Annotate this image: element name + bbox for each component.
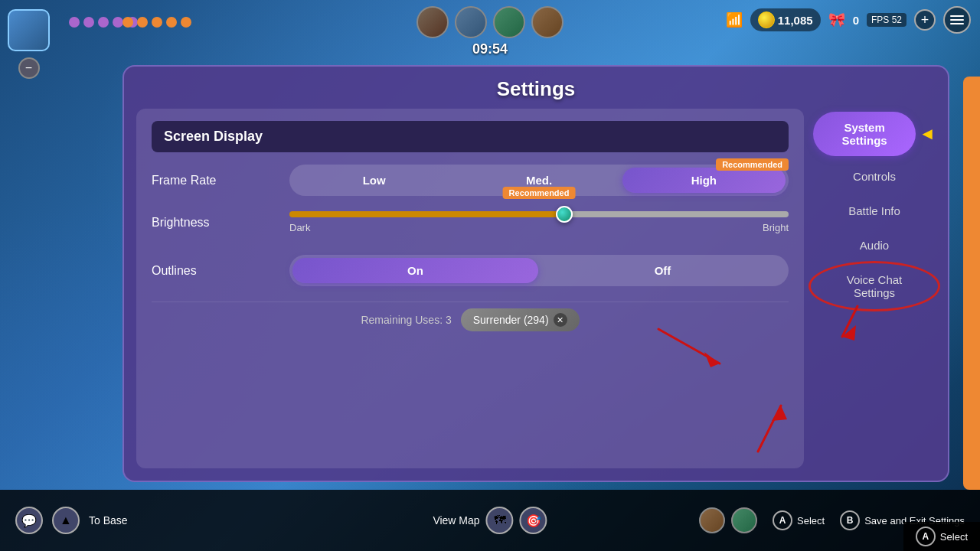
surrender-x-icon: ✕	[554, 313, 567, 327]
nav-controls[interactable]: Controls	[813, 162, 936, 191]
right-orange-bar	[963, 77, 980, 490]
view-map-text: View Map	[433, 514, 479, 527]
team1-dot-2	[83, 17, 94, 28]
surrender-button[interactable]: Surrender (294) ✕	[461, 308, 580, 331]
plus-button[interactable]: +	[914, 9, 936, 31]
a-button-circle[interactable]: A	[773, 510, 792, 530]
nav-system-settings[interactable]: System Settings	[813, 112, 916, 156]
section-title: Screen Display	[164, 129, 263, 144]
to-base-text: To Base	[89, 514, 128, 527]
hud-top: 09:54 📶 11,085 🎀 0 FPS 52 +	[0, 0, 980, 57]
settings-content: Screen Display Frame Rate Recommended Lo…	[136, 109, 804, 468]
brightness-slider-area: Recommended Dark Bright	[289, 211, 789, 233]
brightness-dark-label: Dark	[289, 222, 310, 233]
item-count: 0	[853, 14, 859, 27]
team2-dot-1	[122, 17, 133, 28]
coin-area: 11,085	[750, 8, 821, 31]
hero-icon-1	[416, 6, 449, 38]
frame-rate-recommended: Recommended	[716, 158, 789, 171]
bottom-left: 💬 ▲ To Base	[15, 507, 128, 534]
outlines-off[interactable]: Off	[540, 258, 786, 283]
team1-dot-1	[69, 17, 80, 28]
settings-title: Settings	[124, 67, 948, 109]
bottom-hero-1	[699, 507, 725, 533]
team2-dot-4	[166, 17, 177, 28]
system-settings-row: System Settings ◄	[813, 112, 936, 156]
corner-select-label: Select	[940, 531, 968, 543]
frame-rate-row: Frame Rate Recommended Low Med. High	[152, 165, 789, 196]
view-map-area: View Map 🗺 🎯	[433, 507, 547, 534]
menu-line-3	[950, 23, 964, 24]
hero-icons	[416, 6, 564, 38]
section-header: Screen Display	[152, 121, 789, 152]
team1-dot-3	[98, 17, 109, 28]
bottom-hero-2	[731, 507, 757, 533]
game-timer: 09:54	[472, 41, 508, 57]
fr-low[interactable]: Low	[292, 168, 456, 193]
menu-line-1	[950, 15, 964, 17]
select-label: Select	[797, 515, 825, 527]
hero-icon-4	[531, 6, 564, 38]
nav-audio[interactable]: Audio	[813, 231, 936, 259]
frame-rate-label: Frame Rate	[152, 174, 289, 187]
fr-high[interactable]: High	[622, 168, 786, 193]
hero-icon-3	[493, 6, 525, 38]
b-button-circle[interactable]: B	[840, 510, 860, 530]
wifi-icon: 📶	[726, 11, 743, 28]
minus-button[interactable]: −	[18, 57, 40, 79]
bottom-bar: 💬 ▲ To Base View Map 🗺 🎯 A Select B Save…	[0, 490, 980, 551]
item-icon: 🎀	[828, 11, 845, 28]
nav-arrow-icon: ◄	[919, 124, 936, 144]
center-hud: 09:54	[416, 6, 564, 57]
team2-dot-3	[152, 17, 162, 28]
settings-sidebar: System Settings ◄ Controls Battle Info A…	[813, 109, 936, 468]
team2-dot-2	[137, 17, 148, 28]
brightness-track[interactable]	[289, 211, 789, 217]
settings-overlay: Settings Screen Display Frame Rate Recom…	[122, 65, 949, 482]
bottom-hero-icons	[699, 507, 757, 533]
team2-dots	[122, 17, 191, 28]
target-icon[interactable]: 🎯	[520, 507, 547, 534]
brightness-recommended: Recommended	[503, 187, 576, 199]
fps-display: FPS 52	[867, 13, 906, 27]
right-hud: 📶 11,085 🎀 0 FPS 52 +	[726, 6, 971, 34]
brightness-labels: Dark Bright	[289, 222, 789, 233]
remaining-row: Remaining Uses: 3 Surrender (294) ✕	[152, 302, 789, 331]
nav-voice-chat-settings[interactable]: Voice Chat Settings	[813, 266, 936, 307]
coin-count: 11,085	[778, 14, 813, 27]
outlines-toggle[interactable]: On Off	[289, 255, 789, 286]
brightness-thumb[interactable]	[556, 206, 573, 223]
nav-battle-info[interactable]: Battle Info	[813, 197, 936, 225]
a-button-corner[interactable]: A	[916, 527, 936, 546]
select-hint: A Select	[773, 510, 825, 530]
coin-icon	[758, 11, 775, 28]
team1-dot-4	[113, 17, 123, 28]
chat-icon[interactable]: 💬	[15, 507, 43, 534]
remaining-text: Remaining Uses: 3	[361, 314, 451, 326]
brightness-row: Brightness Recommended Dark Bright	[152, 211, 789, 240]
hero-icon-2	[455, 6, 487, 38]
outlines-on[interactable]: On	[292, 258, 538, 283]
bottom-right-corner: A Select	[903, 522, 980, 551]
outlines-label: Outlines	[152, 264, 289, 278]
brightness-header: Brightness Recommended Dark Bright	[152, 211, 789, 233]
brightness-label: Brightness	[152, 216, 289, 230]
arrow-up-icon[interactable]: ▲	[52, 507, 80, 534]
left-panel: −	[0, 0, 57, 551]
outlines-control: On Off	[289, 255, 789, 286]
settings-body: Screen Display Frame Rate Recommended Lo…	[124, 109, 948, 481]
brightness-bright-label: Bright	[763, 222, 789, 233]
menu-button[interactable]	[943, 6, 971, 34]
settings-modal: Settings Screen Display Frame Rate Recom…	[122, 65, 949, 482]
outlines-row: Outlines On Off	[152, 255, 789, 286]
voice-chat-item: Voice Chat Settings	[813, 266, 936, 307]
team2-dot-5	[181, 17, 191, 28]
menu-line-2	[950, 19, 964, 21]
map-icon[interactable]: 🗺	[486, 507, 514, 534]
